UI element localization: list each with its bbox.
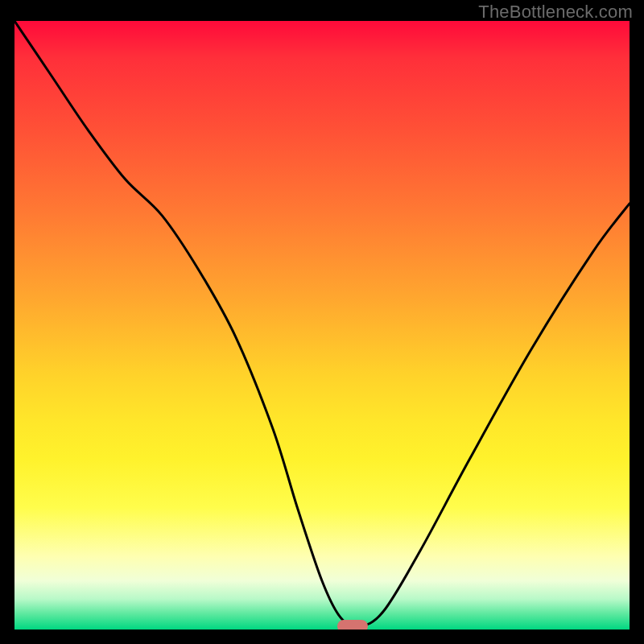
plot-area — [14, 21, 630, 630]
chart-frame: TheBottleneck.com — [0, 0, 644, 644]
optimal-marker — [337, 620, 368, 630]
bottleneck-curve — [14, 21, 630, 630]
watermark-text: TheBottleneck.com — [478, 2, 633, 23]
